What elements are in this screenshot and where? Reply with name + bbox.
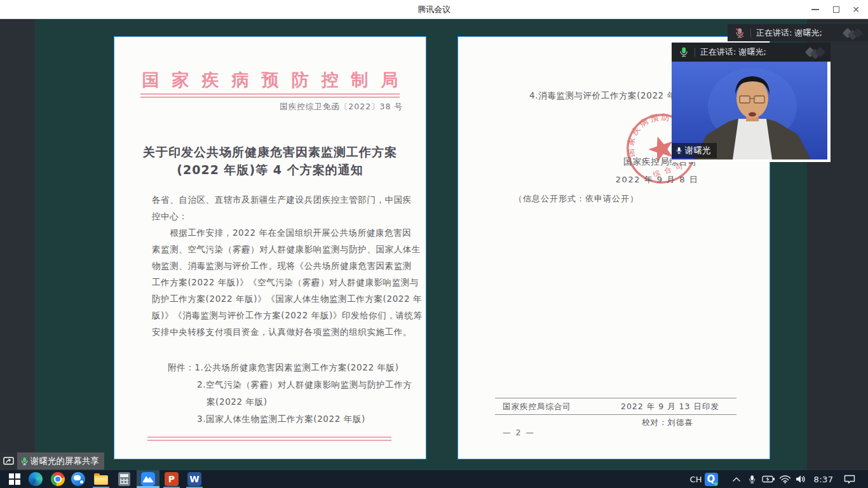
- taskbar-file-explorer-button[interactable]: [90, 470, 112, 488]
- footer-agency: 国家疾控局综合司: [503, 402, 571, 412]
- document-page-1: 国家疾病预防控制局 国疾控综卫免函〔2022〕38 号 关于印发公共场所健康危害…: [114, 36, 426, 459]
- tray-expand-button[interactable]: [729, 470, 743, 488]
- minimize-button[interactable]: [804, 0, 826, 18]
- word-icon: [187, 472, 201, 486]
- title-bar: 腾讯会议: [0, 0, 868, 19]
- taskbar-clock[interactable]: 8:37: [808, 470, 839, 488]
- taskbar-edge-button[interactable]: [24, 470, 47, 488]
- page-number: — 2 —: [503, 428, 535, 437]
- speaking-banner-top: 正在讲话: 谢曙光;: [728, 24, 868, 41]
- footer-print-date: 2022 年 9 月 13 日印发: [621, 402, 719, 412]
- tencent-meeting-icon: [140, 471, 156, 487]
- body-line: 各省、自治区、直辖市及新疆生产建设兵团疾控主管部门，中国疾: [152, 194, 412, 206]
- info-disclosure-line: （信息公开形式：依申请公开）: [514, 193, 639, 205]
- microphone-icon: [748, 474, 756, 485]
- body-line: 控中心：: [152, 211, 187, 222]
- body-line: 工作方案(2022 年版)》《空气污染（雾霾）对人群健康影响监测与: [152, 277, 419, 288]
- divider: [750, 29, 751, 37]
- notification-icon: [844, 475, 855, 484]
- taskbar-chrome-button[interactable]: [46, 470, 69, 488]
- edge-icon: [29, 472, 43, 486]
- body-line: 物监测、消毒监测与评价工作。现将《公共场所健康危害因素监测: [152, 261, 412, 272]
- body-line: 素监测、空气污染（雾霾）对人群健康影响监测与防护、国家人体生: [152, 244, 421, 255]
- window-title: 腾讯会议: [0, 0, 868, 18]
- taskbar-tencent-meeting-button[interactable]: [137, 470, 159, 488]
- tencent-meeting-window: 腾讯会议 国家疾病预防控制局 国疾控综卫免函〔2022〕38 号 关于印发公共场…: [0, 0, 868, 488]
- footer-rule: [147, 440, 391, 441]
- speaker-video-thumbnail[interactable]: 谢曙光: [672, 62, 831, 162]
- tray-volume-button[interactable]: [792, 470, 809, 488]
- footer-rule: [495, 398, 736, 398]
- speaker-icon: [796, 475, 806, 484]
- agency-header: 国家疾病预防控制局: [114, 69, 426, 92]
- tencent-meeting-diamonds-logo: [844, 27, 862, 39]
- attachment-line-4: 4.消毒监测与评价工作方案(2022 年版): [529, 90, 689, 102]
- attachment-line: 3.国家人体生物监测工作方案(2022 年版): [197, 414, 365, 425]
- ime-button[interactable]: [703, 470, 719, 488]
- footer-rule: [495, 414, 736, 415]
- speaker-name-tag: 谢曙光: [672, 143, 717, 158]
- taskbar-calculator-button[interactable]: [112, 470, 135, 488]
- close-button[interactable]: [845, 0, 867, 18]
- maximize-button[interactable]: [825, 0, 847, 18]
- minimize-icon: [811, 9, 819, 10]
- tray-wifi-button[interactable]: [776, 470, 793, 488]
- header-rule: [140, 97, 400, 98]
- footer-rule: [147, 437, 391, 438]
- body-line: 安排中央转移支付项目资金，认真做好各项监测的组织实施工作。: [152, 327, 412, 338]
- taskbar-powerpoint-button[interactable]: [160, 470, 183, 488]
- taskbar-word-button[interactable]: [183, 470, 206, 488]
- ime-q-icon: [705, 473, 718, 486]
- microphone-active-icon: [20, 456, 29, 466]
- speaking-status-text: 正在讲话: 谢曙光;: [756, 27, 822, 39]
- taskbar-qq-browser-button[interactable]: [67, 470, 90, 488]
- body-line: 根据工作安排，2022 年在全国组织开展公共场所健康危害因: [152, 227, 411, 239]
- speaking-banner-video-panel: 正在讲话: 谢曙光;: [672, 43, 831, 62]
- powerpoint-icon: [165, 472, 179, 486]
- microphone-muted-icon: [734, 27, 745, 39]
- header-rule: [140, 93, 400, 95]
- document-title-line1: 关于印发公共场所健康危害因素监测工作方案: [114, 144, 426, 161]
- attachment-line: 案(2022 年版): [207, 396, 268, 408]
- microphone-icon: [675, 146, 682, 155]
- language-indicator[interactable]: CH: [688, 470, 704, 488]
- tray-microphone-button[interactable]: [745, 470, 759, 488]
- qq-browser-icon: [71, 472, 85, 486]
- action-center-button[interactable]: [840, 470, 859, 488]
- chevron-up-icon: [732, 477, 741, 482]
- screen-share-icon: [0, 452, 17, 470]
- chrome-icon: [51, 472, 65, 486]
- attachment-line: 附件：1.公共场所健康危害因素监测工作方案(2022 年版): [168, 362, 399, 374]
- share-label-text: 谢曙光的屏幕共享: [31, 456, 99, 467]
- proofreader: 校对：刘德喜: [642, 417, 693, 428]
- speaker-name: 谢曙光: [685, 145, 711, 156]
- battery-charging-icon: [762, 475, 775, 483]
- issue-date: 2022 年 9 月 8 日: [616, 174, 698, 186]
- body-line: 版)》《消毒监测与评价工作方案(2022 年版)》印发给你们，请统筹: [152, 310, 423, 322]
- wifi-icon: [779, 475, 791, 484]
- body-line: 防护工作方案(2022 年版)》《国家人体生物监测工作方案(2022 年: [152, 294, 422, 305]
- document-title-line2: (2022 年版)等 4 个方案的通知: [114, 162, 426, 179]
- divider: [695, 48, 695, 57]
- windows-taskbar: CH: [0, 470, 868, 488]
- screen-share-indicator[interactable]: 谢曙光的屏幕共享: [0, 452, 104, 470]
- windows-start-icon: [9, 473, 20, 485]
- tray-battery-button[interactable]: [760, 470, 776, 488]
- attachment-line: 2.空气污染（雾霾）对人群健康影响监测与防护工作方: [197, 379, 412, 391]
- left-letterbox: [0, 19, 35, 470]
- microphone-active-icon: [678, 46, 689, 58]
- document-number: 国疾控综卫免函〔2022〕38 号: [280, 102, 403, 112]
- shared-screen-area: 国家疾病预防控制局 国疾控综卫免函〔2022〕38 号 关于印发公共场所健康危害…: [0, 19, 868, 470]
- tencent-meeting-diamonds-logo: [806, 46, 824, 58]
- speaking-status-text: 正在讲话: 谢曙光;: [700, 46, 766, 58]
- file-explorer-icon: [94, 475, 108, 485]
- calculator-icon: [118, 472, 130, 486]
- maximize-icon: [833, 6, 839, 13]
